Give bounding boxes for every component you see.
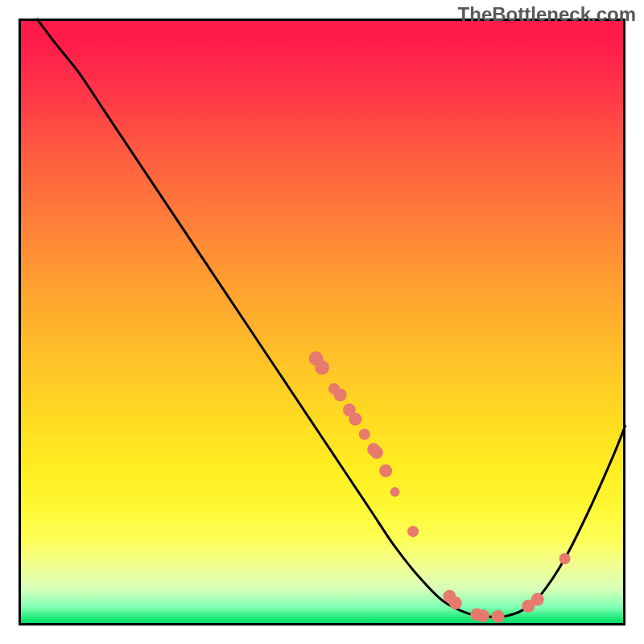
data-marker [349, 413, 361, 426]
bottleneck-curve [37, 19, 625, 617]
data-marker [390, 487, 399, 497]
data-marker [315, 361, 329, 375]
plot-area [19, 19, 625, 625]
data-marker [379, 464, 392, 477]
data-marker [359, 428, 370, 440]
chart-svg [19, 19, 625, 625]
data-marker [449, 597, 462, 609]
attribution-text: TheBottleneck.com [458, 3, 636, 26]
chart-container: TheBottleneck.com [0, 0, 644, 644]
data-marker [407, 526, 419, 537]
data-marker [334, 388, 347, 401]
data-marker [531, 593, 544, 606]
data-marker [370, 446, 383, 459]
data-marker [492, 610, 505, 623]
data-marker [477, 609, 489, 622]
data-marker [559, 553, 571, 564]
